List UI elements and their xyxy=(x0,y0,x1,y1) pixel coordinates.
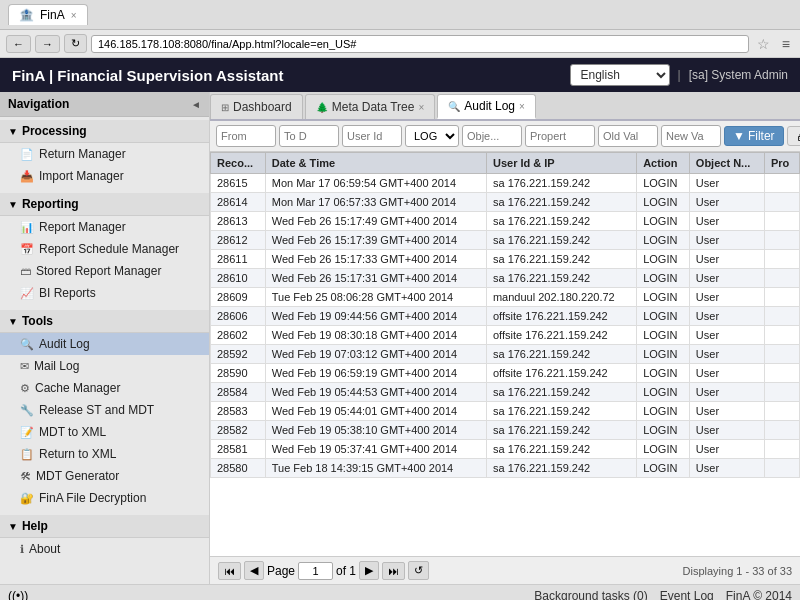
browser-tab[interactable]: 🏦 FinA × xyxy=(8,4,88,25)
sidebar-item-mdt-generator[interactable]: 🛠 MDT Generator xyxy=(0,465,209,487)
reload-button[interactable]: ↻ xyxy=(64,34,87,53)
tab-audit-log[interactable]: 🔍 Audit Log × xyxy=(437,94,536,119)
sidebar-item-return-manager-label: Return Manager xyxy=(39,147,126,161)
browser-menu-icon[interactable]: ≡ xyxy=(778,36,794,52)
from-filter[interactable] xyxy=(216,125,276,147)
cell-action: LOGIN xyxy=(637,174,690,193)
mail-log-icon: ✉ xyxy=(20,360,29,373)
table-row[interactable]: 28583 Wed Feb 19 05:44:01 GMT+400 2014 s… xyxy=(211,402,800,421)
table-row[interactable]: 28582 Wed Feb 19 05:38:10 GMT+400 2014 s… xyxy=(211,421,800,440)
table-row[interactable]: 28584 Wed Feb 19 05:44:53 GMT+400 2014 s… xyxy=(211,383,800,402)
sidebar-group-tools-header[interactable]: ▼ Tools xyxy=(0,310,209,333)
sidebar-item-audit-log[interactable]: 🔍 Audit Log xyxy=(0,333,209,355)
tab-meta-data-tree[interactable]: 🌲 Meta Data Tree × xyxy=(305,94,436,119)
user-id-filter[interactable] xyxy=(342,125,402,147)
table-row[interactable]: 28611 Wed Feb 26 15:17:33 GMT+400 2014 s… xyxy=(211,250,800,269)
table-row[interactable]: 28612 Wed Feb 26 15:17:39 GMT+400 2014 s… xyxy=(211,231,800,250)
app-header: FinA | Financial Supervision Assistant E… xyxy=(0,58,800,92)
sidebar-item-release-st-mdt[interactable]: 🔧 Release ST and MDT xyxy=(0,399,209,421)
sidebar-item-return-to-xml[interactable]: 📋 Return to XML xyxy=(0,443,209,465)
cell-prop xyxy=(765,174,800,193)
old-val-filter[interactable] xyxy=(598,125,658,147)
log-filter-dropdown[interactable]: LOG xyxy=(405,125,459,147)
return-to-xml-icon: 📋 xyxy=(20,448,34,461)
app-title: FinA | Financial Supervision Assistant xyxy=(12,67,283,84)
cell-record: 28584 xyxy=(211,383,266,402)
language-select[interactable]: English xyxy=(570,64,670,86)
audit-log-tab-close[interactable]: × xyxy=(519,101,525,112)
table-row[interactable]: 28606 Wed Feb 19 09:44:56 GMT+400 2014 o… xyxy=(211,307,800,326)
cell-datetime: Mon Mar 17 06:57:33 GMT+400 2014 xyxy=(265,193,486,212)
status-right: Background tasks (0) Event Log FinA © 20… xyxy=(534,589,792,601)
meta-data-tree-tab-close[interactable]: × xyxy=(418,102,424,113)
cell-action: LOGIN xyxy=(637,231,690,250)
filter-button[interactable]: ▼ Filter xyxy=(724,126,784,146)
sidebar-group-processing-header[interactable]: ▼ Processing xyxy=(0,120,209,143)
table-row[interactable]: 28610 Wed Feb 26 15:17:31 GMT+400 2014 s… xyxy=(211,269,800,288)
sidebar-item-import-manager[interactable]: 📥 Import Manager xyxy=(0,165,209,187)
table-row[interactable]: 28590 Wed Feb 19 06:59:19 GMT+400 2014 o… xyxy=(211,364,800,383)
cell-user-ip: sa 176.221.159.242 xyxy=(486,193,636,212)
release-st-mdt-icon: 🔧 xyxy=(20,404,34,417)
sidebar-item-return-manager[interactable]: 📄 Return Manager xyxy=(0,143,209,165)
sidebar-group-help-header[interactable]: ▼ Help xyxy=(0,515,209,538)
cell-object: User xyxy=(689,459,764,478)
browser-tab-title: FinA xyxy=(40,8,65,22)
sidebar-item-cache-manager[interactable]: ⚙ Cache Manager xyxy=(0,377,209,399)
table-row[interactable]: 28592 Wed Feb 19 07:03:12 GMT+400 2014 s… xyxy=(211,345,800,364)
table-row[interactable]: 28613 Wed Feb 26 15:17:49 GMT+400 2014 s… xyxy=(211,212,800,231)
sidebar-item-mail-log[interactable]: ✉ Mail Log xyxy=(0,355,209,377)
tab-dashboard[interactable]: ⊞ Dashboard xyxy=(210,94,303,119)
sidebar-group-reporting-header[interactable]: ▼ Reporting xyxy=(0,193,209,216)
cell-record: 28612 xyxy=(211,231,266,250)
sidebar-item-report-manager[interactable]: 📊 Report Manager xyxy=(0,216,209,238)
copyright-label: FinA © 2014 xyxy=(726,589,792,601)
sidebar-group-processing-label: Processing xyxy=(22,124,87,138)
displaying-text: Displaying 1 - 33 of 33 xyxy=(683,565,792,577)
next-page-button[interactable]: ▶ xyxy=(359,561,379,580)
refresh-button[interactable]: ↺ xyxy=(408,561,429,580)
table-header-row: Reco... Date & Time User Id & IP Action … xyxy=(211,153,800,174)
bookmark-icon[interactable]: ☆ xyxy=(753,36,774,52)
forward-button[interactable]: → xyxy=(35,35,60,53)
page-input[interactable] xyxy=(298,562,333,580)
table-row[interactable]: 28581 Wed Feb 19 05:37:41 GMT+400 2014 s… xyxy=(211,440,800,459)
table-row[interactable]: 28614 Mon Mar 17 06:57:33 GMT+400 2014 s… xyxy=(211,193,800,212)
sidebar-item-release-st-mdt-label: Release ST and MDT xyxy=(39,403,154,417)
table-row[interactable]: 28615 Mon Mar 17 06:59:54 GMT+400 2014 s… xyxy=(211,174,800,193)
print-icon: 🖨 xyxy=(796,129,800,143)
report-manager-icon: 📊 xyxy=(20,221,34,234)
browser-tab-close[interactable]: × xyxy=(71,10,77,21)
cell-action: LOGIN xyxy=(637,212,690,231)
table-row[interactable]: 28602 Wed Feb 19 08:30:18 GMT+400 2014 o… xyxy=(211,326,800,345)
cell-object: User xyxy=(689,174,764,193)
sidebar-item-fina-file-decryption[interactable]: 🔐 FinA File Decryption xyxy=(0,487,209,509)
first-page-button[interactable]: ⏮ xyxy=(218,562,241,580)
new-val-filter[interactable] xyxy=(661,125,721,147)
cell-action: LOGIN xyxy=(637,383,690,402)
sidebar-item-report-schedule-manager[interactable]: 📅 Report Schedule Manager xyxy=(0,238,209,260)
prev-page-button[interactable]: ◀ xyxy=(244,561,264,580)
table-row[interactable]: 28609 Tue Feb 25 08:06:28 GMT+400 2014 m… xyxy=(211,288,800,307)
sidebar-toggle-button[interactable]: ◄ xyxy=(191,99,201,110)
last-page-button[interactable]: ⏭ xyxy=(382,562,405,580)
back-button[interactable]: ← xyxy=(6,35,31,53)
url-bar[interactable] xyxy=(91,35,749,53)
object-filter[interactable] xyxy=(462,125,522,147)
sidebar-item-bi-reports[interactable]: 📈 BI Reports xyxy=(0,282,209,304)
sidebar-item-mdt-to-xml[interactable]: 📝 MDT to XML xyxy=(0,421,209,443)
sidebar-item-about[interactable]: ℹ About xyxy=(0,538,209,560)
sidebar-item-stored-report-manager[interactable]: 🗃 Stored Report Manager xyxy=(0,260,209,282)
pagination-bar: ⏮ ◀ Page of 1 ▶ ⏭ ↺ Displaying 1 - 33 of… xyxy=(210,556,800,584)
audit-log-table: Reco... Date & Time User Id & IP Action … xyxy=(210,152,800,478)
cell-datetime: Wed Feb 19 07:03:12 GMT+400 2014 xyxy=(265,345,486,364)
to-filter[interactable] xyxy=(279,125,339,147)
event-log-label[interactable]: Event Log xyxy=(660,589,714,601)
property-filter[interactable] xyxy=(525,125,595,147)
cell-action: LOGIN xyxy=(637,345,690,364)
print-button[interactable]: 🖨 print ▼ xyxy=(787,126,800,146)
bg-tasks-label[interactable]: Background tasks (0) xyxy=(534,589,647,601)
dashboard-tab-icon: ⊞ xyxy=(221,102,229,113)
table-row[interactable]: 28580 Tue Feb 18 14:39:15 GMT+400 2014 s… xyxy=(211,459,800,478)
cell-object: User xyxy=(689,269,764,288)
